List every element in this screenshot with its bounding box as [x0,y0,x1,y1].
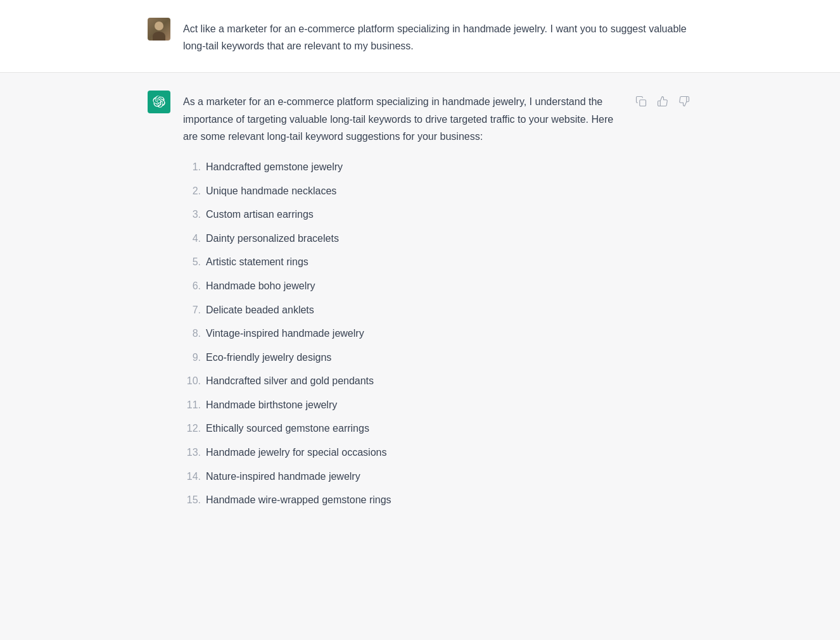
list-item-text: Artistic statement rings [206,254,309,270]
list-item-number: 11. [183,397,201,413]
list-item-number: 3. [183,206,201,223]
user-message-text: Act like a marketer for an e-commerce pl… [183,20,692,54]
list-item-text: Ethically sourced gemstone earrings [206,420,369,437]
list-item-number: 12. [183,420,201,437]
list-item-number: 4. [183,230,201,247]
list-item-text: Dainty personalized bracelets [206,230,339,247]
list-item: 2.Unique handmade necklaces [183,179,620,203]
thumbs-up-icon [657,96,668,107]
gpt-avatar [148,91,170,113]
list-item-text: Delicate beaded anklets [206,302,314,318]
assistant-message-inner: As a marketer for an e-commerce platform… [148,91,692,511]
chat-container: Act like a marketer for an e-commerce pl… [0,0,840,530]
user-message-inner: Act like a marketer for an e-commerce pl… [148,18,692,54]
thumbs-down-icon [678,96,690,107]
list-item-text: Custom artisan earrings [206,206,314,223]
list-item-number: 1. [183,159,201,175]
list-item: 8.Vintage-inspired handmade jewelry [183,322,620,346]
list-item-number: 7. [183,302,201,318]
list-item: 5.Artistic statement rings [183,250,620,274]
list-item-number: 6. [183,278,201,294]
list-item-number: 8. [183,325,201,342]
openai-icon [153,96,165,108]
assistant-intro-text: As a marketer for an e-commerce platform… [183,93,620,145]
list-item-number: 13. [183,444,201,461]
list-item-text: Handcrafted gemstone jewelry [206,159,343,175]
list-item: 15.Handmade wire-wrapped gemstone rings [183,488,620,512]
list-item-text: Handmade jewelry for special occasions [206,444,386,461]
user-avatar [148,18,170,41]
list-item: 6.Handmade boho jewelry [183,274,620,298]
list-item: 14.Nature-inspired handmade jewelry [183,465,620,489]
list-item-number: 5. [183,254,201,270]
list-item: 12.Ethically sourced gemstone earrings [183,417,620,441]
list-item-text: Vintage-inspired handmade jewelry [206,325,364,342]
thumbs-down-button[interactable] [676,93,692,110]
list-item: 10.Handcrafted silver and gold pendants [183,369,620,393]
list-item-text: Handmade boho jewelry [206,278,315,294]
list-item-number: 2. [183,183,201,199]
list-item: 13.Handmade jewelry for special occasion… [183,441,620,465]
thumbs-up-button[interactable] [654,93,671,110]
list-item-number: 10. [183,373,201,389]
list-item: 7.Delicate beaded anklets [183,298,620,322]
list-item-text: Unique handmade necklaces [206,183,336,199]
assistant-message: As a marketer for an e-commerce platform… [0,73,840,529]
user-message: Act like a marketer for an e-commerce pl… [0,0,840,73]
list-item-text: Eco-friendly jewelry designs [206,349,331,366]
keywords-list: 1.Handcrafted gemstone jewelry2.Unique h… [183,155,620,512]
list-item: 4.Dainty personalized bracelets [183,227,620,251]
copy-icon [635,96,647,107]
svg-rect-0 [640,100,646,106]
list-item: 1.Handcrafted gemstone jewelry [183,155,620,179]
list-item-text: Nature-inspired handmade jewelry [206,468,360,485]
list-item: 11.Handmade birthstone jewelry [183,393,620,417]
list-item: 9.Eco-friendly jewelry designs [183,346,620,370]
list-item-number: 15. [183,492,201,508]
message-actions [633,91,692,110]
user-message-content: Act like a marketer for an e-commerce pl… [183,18,692,54]
list-item-text: Handmade wire-wrapped gemstone rings [206,492,391,508]
list-item-text: Handcrafted silver and gold pendants [206,373,374,389]
copy-button[interactable] [633,93,649,110]
list-item: 3.Custom artisan earrings [183,203,620,227]
list-item-number: 9. [183,349,201,366]
list-item-text: Handmade birthstone jewelry [206,397,337,413]
assistant-message-content: As a marketer for an e-commerce platform… [183,91,620,511]
list-item-number: 14. [183,468,201,485]
